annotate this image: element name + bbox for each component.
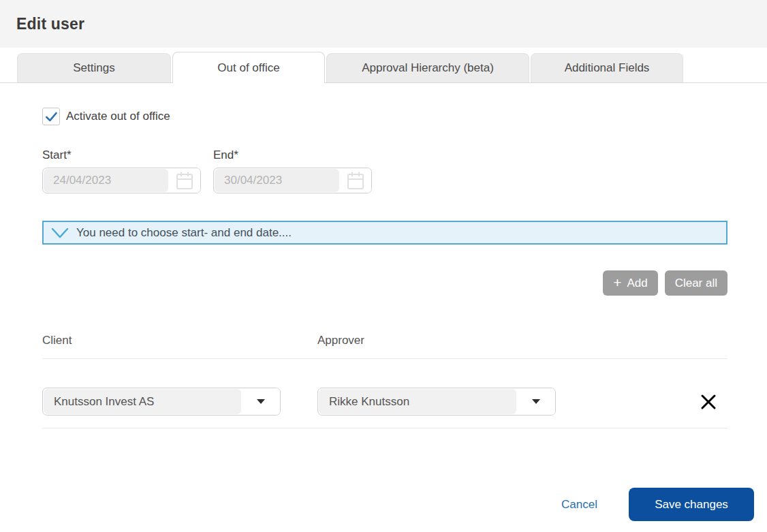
tab-settings[interactable]: Settings — [17, 53, 171, 82]
client-select[interactable]: Knutsson Invest AS — [42, 388, 281, 416]
tab-approval-hierarchy[interactable]: Approval Hierarchy (beta) — [326, 53, 529, 82]
clear-all-button[interactable]: Clear all — [665, 270, 727, 296]
save-changes-button[interactable]: Save changes — [629, 488, 754, 521]
plus-icon: + — [613, 275, 621, 290]
row-actions: + Add Clear all — [42, 270, 727, 296]
check-icon — [44, 110, 58, 123]
start-date-input[interactable]: 24/04/2023 — [42, 168, 201, 193]
start-date-field: Start* 24/04/2023 — [42, 148, 201, 193]
remove-row-button[interactable] — [699, 392, 718, 411]
clear-all-label: Clear all — [675, 277, 717, 290]
chevron-down-icon — [51, 227, 69, 239]
approver-column-header: Approver — [317, 334, 364, 347]
add-button[interactable]: + Add — [603, 270, 658, 296]
tab-out-of-office[interactable]: Out of office — [172, 52, 325, 83]
tab-additional-fields[interactable]: Additional Fields — [531, 53, 683, 82]
dialog-footer: Cancel Save changes — [0, 488, 767, 521]
date-range-row: Start* 24/04/2023 End* — [42, 148, 727, 193]
date-warning-text: You need to choose start- and end date..… — [76, 226, 292, 240]
caret-down-icon — [516, 388, 555, 415]
caret-down-icon — [241, 388, 280, 415]
out-of-office-panel: Activate out of office Start* 24/04/2023 — [0, 108, 767, 428]
start-date-value: 24/04/2023 — [44, 169, 168, 192]
date-warning-banner: You need to choose start- and end date..… — [42, 221, 727, 245]
edit-user-dialog: Edit user Settings Out of office Approva… — [0, 0, 767, 532]
client-column-header: Client — [42, 334, 317, 347]
start-date-label: Start* — [42, 148, 201, 162]
calendar-icon[interactable] — [339, 168, 371, 193]
table-row-divider — [42, 428, 727, 428]
assignment-table-header: Client Approver — [42, 334, 727, 347]
approver-select[interactable]: Rikke Knutsson — [317, 388, 556, 416]
end-date-value: 30/04/2023 — [215, 169, 339, 192]
tab-bar: Settings Out of office Approval Hierarch… — [0, 52, 767, 83]
table-header-divider — [42, 358, 727, 359]
end-date-field: End* 30/04/2023 — [213, 148, 372, 193]
table-row: Knutsson Invest AS Rikke Knutsson — [42, 388, 727, 416]
page-title: Edit user — [16, 15, 84, 33]
activate-out-of-office-row: Activate out of office — [42, 108, 727, 125]
cancel-button[interactable]: Cancel — [561, 498, 597, 512]
activate-out-of-office-label: Activate out of office — [66, 110, 170, 123]
end-date-label: End* — [213, 148, 372, 162]
dialog-header: Edit user — [0, 0, 767, 48]
close-icon — [700, 394, 717, 410]
client-select-value: Knutsson Invest AS — [44, 389, 241, 414]
end-date-input[interactable]: 30/04/2023 — [213, 168, 372, 193]
activate-out-of-office-checkbox[interactable] — [42, 108, 60, 125]
add-button-label: Add — [627, 277, 647, 290]
approver-select-value: Rikke Knutsson — [319, 389, 516, 414]
calendar-icon[interactable] — [168, 168, 200, 193]
